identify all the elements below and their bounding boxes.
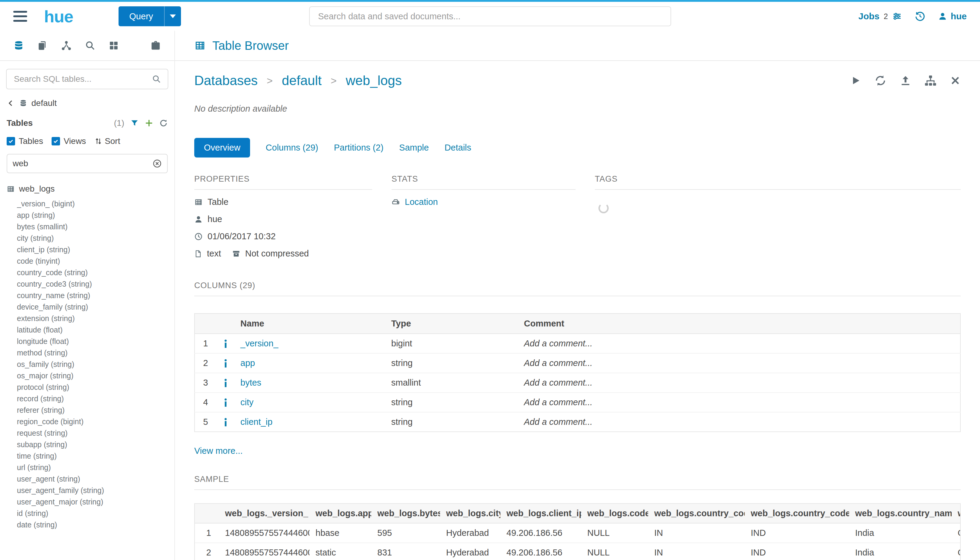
- columns-table-row: 2 app string Add a comment...: [195, 353, 960, 373]
- sql-tables-search-input[interactable]: [7, 74, 145, 84]
- history-button[interactable]: [915, 11, 925, 22]
- column-list-item[interactable]: user_agent_family (string): [17, 485, 174, 496]
- sample-cell: IN: [648, 523, 745, 543]
- column-list-item[interactable]: bytes (smallint): [17, 221, 174, 232]
- column-list-item[interactable]: date (string): [17, 519, 174, 530]
- table-description[interactable]: No description available: [194, 104, 961, 114]
- global-search-input[interactable]: [318, 12, 662, 22]
- tables-checkbox[interactable]: [7, 137, 15, 145]
- upload-button[interactable]: [900, 75, 911, 86]
- column-list-item[interactable]: referer (string): [17, 404, 174, 416]
- views-checkbox-label[interactable]: Views: [64, 137, 86, 146]
- column-name-link[interactable]: app: [240, 358, 255, 368]
- tab-details[interactable]: Details: [444, 138, 471, 158]
- documents-panel-icon[interactable]: [37, 40, 48, 51]
- column-name-link[interactable]: client_ip: [240, 417, 272, 427]
- refresh-table-button[interactable]: [874, 75, 887, 87]
- user-menu[interactable]: hue: [938, 11, 967, 22]
- column-list-item[interactable]: method (string): [17, 347, 174, 358]
- chevron-left-icon[interactable]: [7, 99, 15, 107]
- refresh-icon[interactable]: [159, 119, 168, 127]
- column-list-item[interactable]: time (string): [17, 450, 174, 462]
- hamburger-menu-icon[interactable]: [13, 11, 27, 22]
- column-comment[interactable]: Add a comment...: [519, 373, 960, 393]
- info-icon[interactable]: [223, 379, 228, 387]
- briefcase-panel-icon[interactable]: [150, 40, 161, 51]
- tables-checkbox-label[interactable]: Tables: [19, 137, 43, 146]
- location-link[interactable]: Location: [405, 197, 438, 207]
- tab-sample[interactable]: Sample: [399, 138, 429, 158]
- cluster-panel-icon[interactable]: [61, 40, 72, 51]
- query-dropdown-button[interactable]: [164, 6, 181, 26]
- apps-panel-icon[interactable]: [108, 40, 119, 51]
- column-list-item[interactable]: latitude (float): [17, 324, 174, 335]
- info-icon[interactable]: [223, 359, 228, 368]
- search-panel-icon[interactable]: [85, 40, 95, 51]
- column-list-item[interactable]: device_family (string): [17, 301, 174, 313]
- column-list-item[interactable]: record (string): [17, 393, 174, 404]
- column-name-link[interactable]: city: [240, 397, 254, 407]
- info-icon[interactable]: [223, 340, 228, 348]
- filter-funnel-icon[interactable]: [130, 119, 139, 127]
- sort-toggle[interactable]: Sort: [95, 137, 120, 146]
- breadcrumb-table-web-logs[interactable]: web_logs: [346, 73, 402, 88]
- column-list-item[interactable]: protocol (string): [17, 382, 174, 393]
- sidebar-table-web-logs[interactable]: web_logs: [7, 184, 174, 194]
- lineage-button[interactable]: [925, 75, 937, 87]
- column-name-link[interactable]: bytes: [240, 378, 261, 387]
- column-list-item[interactable]: request (string): [17, 427, 174, 439]
- column-name-link[interactable]: _version_: [240, 338, 278, 348]
- column-list-item[interactable]: user_agent_major (string): [17, 496, 174, 508]
- info-icon[interactable]: [223, 398, 228, 407]
- archive-icon: [232, 250, 240, 258]
- query-table-button[interactable]: [850, 75, 861, 86]
- column-list-item[interactable]: country_code3 (string): [17, 278, 174, 290]
- column-comment[interactable]: Add a comment...: [519, 393, 960, 412]
- close-button[interactable]: [950, 75, 961, 86]
- column-list-item[interactable]: id (string): [17, 508, 174, 519]
- column-list-item[interactable]: subapp (string): [17, 439, 174, 450]
- column-list-item[interactable]: country_name (string): [17, 290, 174, 301]
- column-list-item[interactable]: app (string): [17, 209, 174, 221]
- view-more-link[interactable]: View more...: [194, 446, 243, 456]
- active-database-label[interactable]: default: [32, 98, 57, 108]
- sample-cell: Hyderabad: [440, 523, 501, 543]
- column-list-item[interactable]: _version_ (bigint): [17, 198, 174, 209]
- sample-row: 1 1480895575574446000 hbase 595 Hyderaba…: [195, 523, 961, 543]
- header-blank: [195, 504, 219, 523]
- column-list-item[interactable]: city (string): [17, 232, 174, 244]
- query-button[interactable]: Query: [118, 6, 164, 26]
- databases-panel-icon[interactable]: [13, 40, 24, 51]
- entity-type-value: Table: [208, 197, 228, 207]
- add-icon[interactable]: [145, 119, 153, 127]
- column-list-item[interactable]: client_ip (string): [17, 244, 174, 255]
- column-list-item[interactable]: user_agent (string): [17, 473, 174, 485]
- info-icon[interactable]: [223, 418, 228, 426]
- column-list-item[interactable]: country_code (string): [17, 267, 174, 278]
- column-list-item[interactable]: extension (string): [17, 313, 174, 324]
- column-comment[interactable]: Add a comment...: [519, 334, 960, 353]
- clear-filter-icon[interactable]: [153, 159, 162, 168]
- sample-cell: IND: [745, 543, 849, 560]
- column-list-item[interactable]: code (tinyint): [17, 255, 174, 267]
- column-comment[interactable]: Add a comment...: [519, 412, 960, 432]
- tab-columns[interactable]: Columns (29): [266, 138, 318, 158]
- sql-tables-search-button[interactable]: [145, 69, 168, 89]
- table-filter-input[interactable]: [13, 159, 153, 168]
- sample-header: web_logs.code: [581, 504, 648, 523]
- query-button-group: Query: [118, 6, 181, 26]
- breadcrumb-databases[interactable]: Databases: [194, 73, 258, 88]
- column-list-item[interactable]: region_code (bigint): [17, 416, 174, 427]
- views-checkbox[interactable]: [52, 137, 60, 145]
- column-comment[interactable]: Add a comment...: [519, 353, 960, 373]
- column-list-item[interactable]: os_major (string): [17, 370, 174, 382]
- tab-overview[interactable]: Overview: [194, 138, 250, 158]
- column-list-item[interactable]: os_family (string): [17, 358, 174, 370]
- search-icon: [152, 75, 161, 83]
- jobs-link[interactable]: Jobs 2: [859, 11, 902, 22]
- hue-logo[interactable]: hue: [44, 7, 73, 26]
- breadcrumb-database-default[interactable]: default: [282, 73, 321, 88]
- column-list-item[interactable]: url (string): [17, 462, 174, 473]
- tab-partitions[interactable]: Partitions (2): [334, 138, 383, 158]
- column-list-item[interactable]: longitude (float): [17, 335, 174, 347]
